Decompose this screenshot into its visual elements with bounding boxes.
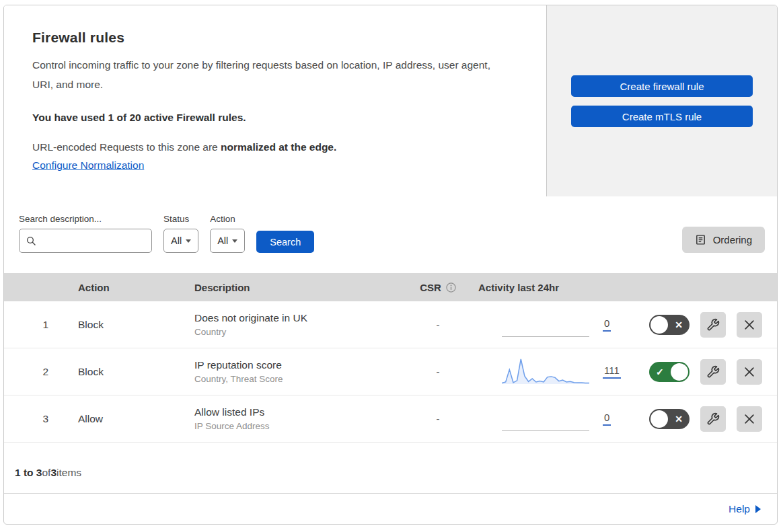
items-word: items — [57, 467, 81, 479]
rule-priority: 2 — [4, 366, 65, 378]
status-label: Status — [163, 214, 198, 224]
help-link-label: Help — [729, 503, 750, 515]
normalization-bold: normalized at the edge. — [221, 141, 336, 153]
rule-controls: ✓ — [636, 359, 777, 385]
toggle-state-icon: ✕ — [675, 320, 683, 330]
activity-count-link[interactable]: 0 — [603, 317, 611, 332]
search-description-label: Search description... — [19, 214, 152, 224]
rule-priority: 3 — [4, 413, 65, 425]
activity-count-link[interactable]: 0 — [603, 412, 611, 426]
wrench-icon — [706, 412, 720, 426]
header-activity: Activity last 24hr — [468, 282, 636, 293]
action-label: Action — [210, 214, 245, 224]
ordering-button-label: Ordering — [713, 234, 752, 245]
status-dropdown[interactable]: All — [163, 229, 198, 253]
status-filter-group: Status All — [163, 214, 198, 253]
rule-action: Block — [65, 366, 194, 378]
toggle-state-icon: ✕ — [675, 414, 683, 424]
wrench-icon — [706, 318, 720, 332]
table-row: 3 Allow Allow listed IPs IP Source Addre… — [4, 395, 777, 443]
rule-enabled-toggle[interactable]: ✕ — [649, 409, 690, 429]
delete-rule-button[interactable] — [737, 359, 762, 385]
chevron-down-icon — [232, 239, 237, 243]
rule-enabled-toggle[interactable]: ✓ — [649, 362, 690, 382]
rule-activity-cell: 111 — [468, 357, 636, 387]
table-row: 2 Block IP reputation score Country, Thr… — [4, 348, 777, 395]
rule-description-cell: Allow listed IPs IP Source Address — [194, 406, 408, 431]
activity-sparkline — [502, 310, 589, 340]
actions-panel: Create firewall rule Create mTLS rule — [546, 5, 777, 196]
pagination-summary: 1 to 3 of 3 items — [4, 443, 777, 493]
wrench-icon — [706, 365, 720, 379]
rule-csr-value: - — [408, 413, 468, 424]
rule-criteria: Country, Threat Score — [194, 374, 408, 384]
search-description-group: Search description... — [19, 214, 152, 253]
ordering-list-icon — [695, 234, 706, 245]
rule-description: Does not originate in UK — [194, 312, 408, 324]
action-filter-group: Action All — [210, 214, 245, 253]
rule-enabled-toggle[interactable]: ✕ — [649, 315, 690, 335]
status-dropdown-value: All — [171, 235, 182, 246]
activity-count-link[interactable]: 111 — [603, 365, 621, 379]
normalization-text: URL-encoded Requests to this zone are — [32, 141, 221, 153]
info-icon[interactable] — [446, 282, 456, 293]
activity-sparkline — [502, 404, 589, 434]
action-dropdown-value: All — [217, 235, 228, 246]
ordering-button[interactable]: Ordering — [682, 227, 765, 253]
header-csr: CSR — [408, 282, 468, 293]
header-section: Firewall rules Control incoming traffic … — [4, 5, 777, 196]
help-link[interactable]: Help — [729, 503, 761, 515]
page-title: Firewall rules — [32, 30, 519, 46]
help-bar: Help — [4, 493, 777, 524]
chevron-down-icon — [186, 239, 191, 243]
rule-description-cell: Does not originate in UK Country — [194, 312, 408, 337]
rule-activity-cell: 0 — [468, 404, 636, 434]
edit-rule-button[interactable] — [700, 406, 726, 432]
rule-csr-value: - — [408, 366, 468, 377]
rule-controls: ✕ — [636, 406, 777, 432]
rule-description: Allow listed IPs — [194, 406, 408, 418]
search-input[interactable] — [41, 235, 145, 246]
toggle-knob — [671, 363, 688, 381]
create-mtls-rule-button[interactable]: Create mTLS rule — [571, 106, 753, 127]
rule-criteria: Country — [194, 327, 408, 337]
items-total: 3 — [50, 467, 57, 479]
header-csr-label: CSR — [420, 282, 441, 293]
x-icon — [743, 365, 756, 379]
toggle-knob — [650, 410, 668, 428]
configure-normalization-link[interactable]: Configure Normalization — [32, 159, 144, 172]
delete-rule-button[interactable] — [737, 312, 762, 338]
firewall-rules-card: Firewall rules Control incoming traffic … — [3, 5, 778, 525]
x-icon — [743, 412, 756, 426]
table-row: 1 Block Does not originate in UK Country… — [4, 301, 777, 348]
delete-rule-button[interactable] — [737, 406, 762, 432]
search-button[interactable]: Search — [256, 231, 314, 253]
filter-bar: Search description... Status All Action … — [4, 196, 777, 273]
rule-activity-cell: 0 — [468, 310, 636, 340]
header-action: Action — [65, 282, 194, 293]
action-dropdown[interactable]: All — [210, 229, 245, 253]
rule-controls: ✕ — [636, 312, 777, 338]
edit-rule-button[interactable] — [700, 359, 726, 385]
rule-priority: 1 — [4, 319, 65, 331]
header-description: Description — [194, 282, 408, 293]
rule-csr-value: - — [408, 319, 468, 330]
rule-action: Block — [65, 319, 194, 331]
toggle-knob — [650, 316, 668, 334]
rule-description: IP reputation score — [194, 359, 408, 371]
create-firewall-rule-button[interactable]: Create firewall rule — [571, 75, 753, 97]
toggle-state-icon: ✓ — [656, 367, 664, 377]
search-icon — [26, 235, 36, 246]
items-of: of — [42, 467, 50, 479]
normalization-note: URL-encoded Requests to this zone are no… — [32, 141, 519, 153]
activity-sparkline — [502, 357, 589, 387]
items-range: 1 to 3 — [15, 467, 42, 479]
rule-description-cell: IP reputation score Country, Threat Scor… — [194, 359, 408, 384]
rule-action: Allow — [65, 413, 194, 425]
header-text-area: Firewall rules Control incoming traffic … — [4, 5, 546, 196]
help-arrow-icon — [755, 505, 761, 513]
page-description: Control incoming traffic to your zone by… — [32, 56, 507, 94]
table-header-row: Action Description CSR Activity last 24h… — [4, 273, 777, 301]
edit-rule-button[interactable] — [700, 312, 726, 338]
search-input-wrapper — [19, 229, 152, 253]
